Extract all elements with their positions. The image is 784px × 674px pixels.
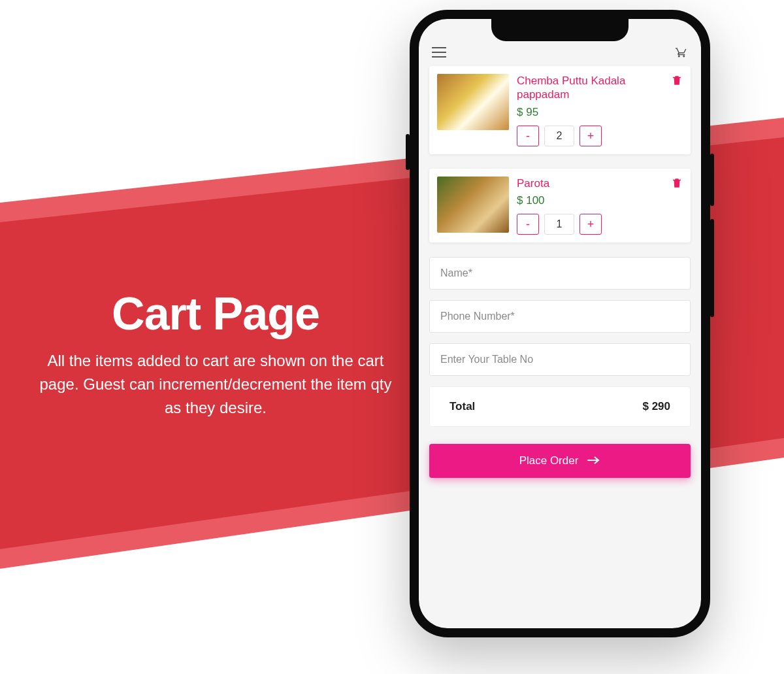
total-value: $ 290 bbox=[642, 400, 670, 413]
item-price: $ 100 bbox=[517, 194, 683, 207]
place-order-label: Place Order bbox=[519, 454, 579, 467]
svg-rect-2 bbox=[432, 47, 446, 48]
phone-frame: Chemba Puttu Kadala pappadam $ 95 - 2 + bbox=[410, 10, 710, 637]
qty-value: 1 bbox=[544, 214, 574, 235]
phone-field[interactable]: Phone Number* bbox=[429, 300, 691, 333]
item-name: Parota bbox=[517, 177, 683, 190]
cart-icon[interactable] bbox=[675, 46, 688, 61]
cart-item: Chemba Puttu Kadala pappadam $ 95 - 2 + bbox=[429, 66, 691, 154]
phone-notch bbox=[491, 19, 629, 41]
phone-side-button bbox=[406, 134, 410, 170]
trash-icon[interactable] bbox=[671, 74, 683, 90]
promo-title: Cart Page bbox=[39, 288, 392, 340]
promo-block: Cart Page All the items added to cart ar… bbox=[39, 288, 392, 420]
item-price: $ 95 bbox=[517, 106, 683, 119]
qty-increment-button[interactable]: + bbox=[580, 214, 602, 235]
total-label: Total bbox=[449, 400, 475, 413]
cart-app: Chemba Puttu Kadala pappadam $ 95 - 2 + bbox=[419, 19, 701, 488]
item-body: Parota $ 100 - 1 + bbox=[517, 177, 683, 235]
item-thumbnail bbox=[437, 74, 509, 130]
qty-decrement-button[interactable]: - bbox=[517, 126, 539, 146]
phone-screen: Chemba Puttu Kadala pappadam $ 95 - 2 + bbox=[419, 19, 701, 628]
total-row: Total $ 290 bbox=[429, 386, 691, 427]
cart-item: Parota $ 100 - 1 + bbox=[429, 169, 691, 243]
phone-mockup: Chemba Puttu Kadala pappadam $ 95 - 2 + bbox=[410, 10, 710, 637]
table-field[interactable]: Enter Your Table No bbox=[429, 343, 691, 376]
item-name: Chemba Puttu Kadala pappadam bbox=[517, 74, 683, 102]
qty-increment-button[interactable]: + bbox=[580, 126, 602, 146]
qty-value: 2 bbox=[544, 126, 574, 146]
qty-decrement-button[interactable]: - bbox=[517, 214, 539, 235]
quantity-stepper: - 1 + bbox=[517, 214, 683, 235]
menu-icon[interactable] bbox=[432, 47, 446, 60]
arrow-right-icon bbox=[587, 454, 600, 467]
item-body: Chemba Puttu Kadala pappadam $ 95 - 2 + bbox=[517, 74, 683, 146]
place-order-button[interactable]: Place Order bbox=[429, 444, 691, 478]
name-field[interactable]: Name* bbox=[429, 257, 691, 290]
trash-icon[interactable] bbox=[671, 177, 683, 192]
promo-description: All the items added to cart are shown on… bbox=[39, 349, 392, 420]
quantity-stepper: - 2 + bbox=[517, 126, 683, 146]
svg-rect-4 bbox=[432, 56, 446, 58]
item-thumbnail bbox=[437, 177, 509, 233]
svg-rect-3 bbox=[432, 52, 446, 53]
app-topbar bbox=[429, 48, 691, 66]
